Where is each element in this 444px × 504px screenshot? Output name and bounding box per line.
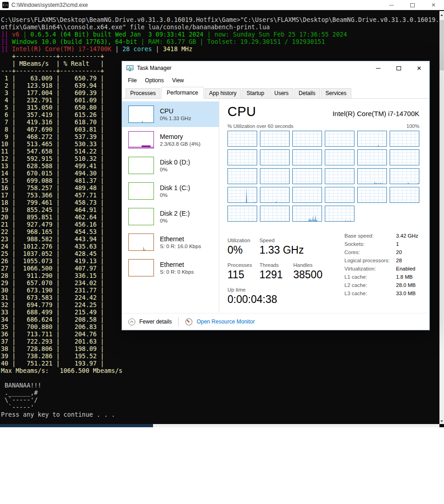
menu-item-options[interactable]: Options [141, 77, 168, 84]
cpu-core-graph-3 [292, 131, 322, 147]
sidebar-item-disk-0[interactable]: Disk 0 (D:)0% [122, 153, 219, 178]
console-line: ][ Intel(R) Core(TM) i7-14700K | 28 core… [1, 46, 444, 53]
sidebar-item-text: CPU0% 1.33 GHz [160, 107, 191, 121]
cpu-core-graph-20 [260, 187, 290, 203]
tm-titlebar[interactable]: Task Manager ✕ [122, 61, 429, 75]
cpu-core-graph-9 [292, 149, 322, 165]
tab-app-history[interactable]: App history [205, 88, 241, 99]
open-resource-monitor-link[interactable]: Open Resource Monitor [196, 318, 254, 325]
detail-value: 33.0 MB [396, 291, 416, 296]
cpu-core-graph-17 [357, 168, 387, 184]
cpu-core-graph-14 [260, 168, 290, 184]
minimize-icon [376, 68, 381, 69]
cpu-core-graph-23 [357, 187, 387, 203]
sidebar-item-label: Disk 2 (E:) [160, 210, 190, 217]
resource-monitor-icon [185, 318, 193, 326]
detail-label: Sockets: [344, 241, 396, 247]
task-manager-icon [126, 64, 134, 72]
menu-item-file[interactable]: File [124, 77, 141, 84]
cpu-core-graph-5 [357, 131, 387, 147]
sidebar-item-disk-1[interactable]: Disk 1 (C:)0% [122, 178, 219, 204]
detail-label: L1 cache: [344, 274, 396, 280]
sidebar-item-sublabel: 0% 1.33 GHz [160, 116, 191, 121]
sidebar-item-ethernet-1[interactable]: EthernetS: 0 R: 16.0 Kbps [122, 229, 219, 255]
tab-services[interactable]: Services [321, 88, 351, 99]
console-horizontal-scrollbar[interactable] [0, 424, 439, 427]
console-line: C:\Users\FLAXMS\Desktop\BeamNG.Drive.v0.… [1, 16, 444, 24]
processes-label: Processes [227, 262, 259, 268]
detail-label: Virtualization: [344, 266, 396, 271]
sidebar-item-cpu[interactable]: CPU0% 1.33 GHz [122, 101, 219, 127]
threads-label: Threads [259, 262, 293, 268]
tab-processes[interactable]: Processes [126, 88, 160, 99]
cpu-core-graph-2 [260, 131, 290, 147]
detail-value: 28.0 MB [396, 282, 416, 288]
fewer-details-button[interactable]: Fewer details [139, 318, 172, 325]
sidebar-item-label: Disk 1 (C:) [160, 184, 190, 191]
tab-startup[interactable]: Startup [242, 88, 269, 99]
console-line: ][ Windows 10.0 (build 17763), 64-bit | … [1, 38, 444, 46]
detail-row: Cores:20 [344, 249, 418, 255]
ethernet-2-thumbnail-graph [128, 259, 154, 276]
handles-label: Handles [293, 262, 322, 268]
console-vertical-scrollbar[interactable] [439, 11, 444, 424]
close-icon: ✕ [417, 65, 422, 71]
tm-close-button[interactable]: ✕ [409, 61, 429, 75]
sidebar-item-sublabel: 0% [160, 167, 190, 172]
cpu-graph-labels: % Utilization over 60 seconds 100% [227, 123, 419, 129]
cmd-minimize-button[interactable] [381, 0, 402, 10]
disk-0-thumbnail-graph [128, 157, 154, 174]
uptime-value: 0:00:04:38 [227, 293, 322, 306]
cmd-close-button[interactable]: ✕ [423, 0, 444, 10]
close-icon: ✕ [431, 2, 436, 8]
cmd-titlebar[interactable]: C:\ C:\Windows\system32\cmd.exe ✕ [0, 0, 444, 10]
sidebar-item-sublabel: 0% [160, 192, 190, 198]
maximize-icon [396, 66, 401, 70]
cmd-window-controls: ✕ [381, 0, 444, 10]
tm-content: CPU0% 1.33 GHzMemory2.3/63.8 GB (4%)Disk… [122, 99, 429, 313]
sidebar-item-label: Ethernet [160, 261, 194, 268]
menu-item-view[interactable]: View [168, 77, 188, 84]
sidebar-item-memory[interactable]: Memory2.3/63.8 GB (4%) [122, 127, 219, 153]
cpu-panel-title: CPU [227, 104, 256, 119]
cpu-stats-area: Utilization Speed 0% 1.33 GHz Processes … [227, 232, 419, 306]
cmd-window-title: C:\Windows\system32\cmd.exe [11, 2, 88, 8]
sidebar-item-disk-2[interactable]: Disk 2 (E:)0% [122, 204, 219, 229]
utilization-label: Utilization [227, 238, 259, 243]
detail-label: Cores: [344, 249, 396, 255]
disk-1-thumbnail-graph [128, 182, 154, 200]
console-line: 39 | 738.286 | 195.52 | [1, 353, 444, 360]
scroll-up-icon[interactable] [440, 14, 443, 16]
cpu-big-stats: Utilization Speed 0% 1.33 GHz Processes … [227, 232, 319, 306]
detail-row: Sockets:1 [344, 241, 418, 247]
detail-row: Base speed:3.42 GHz [344, 233, 418, 239]
console-line: 40 | 751.221 | 193.97 | [1, 360, 444, 367]
console-line: `-----' [1, 404, 444, 411]
tm-minimize-button[interactable] [368, 61, 388, 75]
sidebar-item-sublabel: 2.3/63.8 GB (4%) [160, 141, 201, 147]
detail-value: 28 [396, 258, 402, 263]
tm-maximize-button[interactable] [388, 61, 409, 75]
cpu-core-graph-21 [292, 187, 322, 203]
tab-users[interactable]: Users [270, 88, 293, 99]
cpu-core-grid [227, 131, 419, 222]
tab-details[interactable]: Details [294, 88, 320, 99]
cmd-icon: C:\ [2, 2, 9, 8]
sidebar-item-text: Memory2.3/63.8 GB (4%) [160, 133, 201, 147]
console-line: .______,# [1, 389, 444, 397]
disk-2-thumbnail-graph [128, 208, 154, 225]
detail-value: 20 [396, 249, 402, 255]
speed-label: Speed [259, 238, 322, 243]
sidebar-item-text: Disk 2 (E:)0% [160, 210, 190, 223]
cpu-core-graph-16 [325, 168, 354, 184]
sidebar-item-ethernet-2[interactable]: EthernetS: 0 R: 0 Kbps [122, 255, 219, 281]
sidebar-item-sublabel: 0% [160, 218, 190, 223]
detail-row: L3 cache:33.0 MB [344, 291, 418, 296]
horizontal-scroll-thumb[interactable] [0, 424, 153, 427]
sidebar-item-sublabel: S: 0 R: 0 Kbps [160, 269, 194, 275]
vertical-scroll-thumb[interactable] [439, 20, 444, 70]
tab-performance[interactable]: Performance [161, 87, 204, 99]
scroll-down-icon[interactable] [440, 420, 443, 422]
uptime-label: Up time [227, 287, 322, 292]
cmd-maximize-button[interactable] [402, 0, 423, 10]
